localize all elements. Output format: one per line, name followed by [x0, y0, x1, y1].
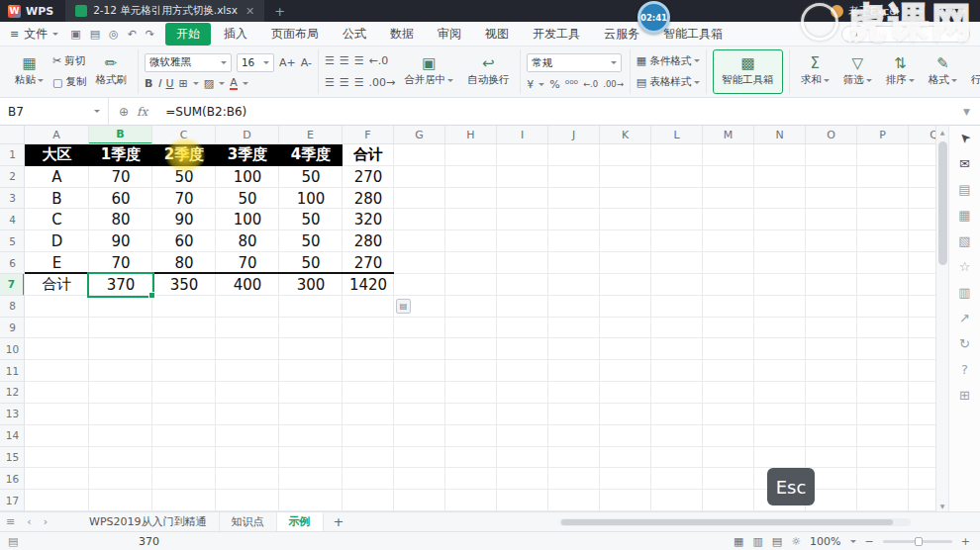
- cell-D2[interactable]: 100: [216, 166, 279, 188]
- percent-icon[interactable]: %: [549, 79, 559, 90]
- zoom-out-icon[interactable]: −: [865, 536, 874, 547]
- minimize-button[interactable]: ─: [911, 0, 931, 22]
- fx-icon[interactable]: fx: [137, 105, 147, 119]
- preview-icon[interactable]: ◎: [109, 28, 119, 41]
- history-icon[interactable]: ↻: [959, 337, 970, 350]
- new-tab-button[interactable]: +: [264, 4, 295, 19]
- cell-B2[interactable]: 70: [89, 166, 152, 188]
- cell-F3[interactable]: 280: [343, 188, 394, 210]
- tool-行和列[interactable]: ▥行和列: [966, 49, 980, 94]
- underline-icon[interactable]: U: [166, 78, 174, 89]
- row-header-14[interactable]: 14: [0, 425, 25, 447]
- column-header-Q[interactable]: Q: [909, 126, 935, 144]
- row-header-10[interactable]: 10: [0, 338, 25, 360]
- file-menu-button[interactable]: ≡ 文件: [0, 26, 68, 43]
- formula-bar-collapse-icon[interactable]: ▼: [963, 107, 980, 117]
- page-layout-view-icon[interactable]: ▥: [752, 536, 762, 547]
- column-header-G[interactable]: G: [394, 126, 445, 144]
- cell-C6[interactable]: 80: [152, 252, 216, 274]
- prev-sheet-icon[interactable]: ‹: [21, 515, 37, 528]
- image-icon[interactable]: ▧: [958, 234, 970, 247]
- zoom-slider-thumb[interactable]: [915, 537, 923, 546]
- row-header-2[interactable]: 2: [0, 166, 25, 188]
- share-icon[interactable]: ↗: [959, 312, 970, 324]
- paste-options-button[interactable]: ▤: [396, 299, 411, 314]
- menu-item-插入[interactable]: 插入: [213, 23, 258, 46]
- close-button[interactable]: ✕: [954, 0, 974, 22]
- row-header-17[interactable]: 17: [0, 490, 25, 511]
- row-header-13[interactable]: 13: [0, 404, 25, 425]
- menu-item-开发工具[interactable]: 开发工具: [522, 23, 591, 46]
- sheet-tab-知识点[interactable]: 知识点: [220, 512, 277, 531]
- row-header-5[interactable]: 5: [0, 230, 25, 252]
- cell-E5[interactable]: 50: [279, 230, 343, 252]
- cell-E3[interactable]: 100: [279, 188, 343, 210]
- favorites-icon[interactable]: ☆: [959, 260, 971, 273]
- conditional-format-button[interactable]: ▦ 条件格式: [637, 52, 700, 70]
- print-icon[interactable]: ▤: [90, 28, 100, 41]
- eye-protection-icon[interactable]: ☼: [791, 536, 801, 547]
- font-size-select[interactable]: 16: [237, 53, 274, 72]
- decrease-decimal-icon[interactable]: .00→: [603, 80, 624, 89]
- redo-icon[interactable]: ↷: [146, 28, 154, 41]
- align-middle-icon[interactable]: ☰: [340, 55, 349, 66]
- cell-B4[interactable]: 80: [89, 209, 152, 230]
- split-view-icon[interactable]: ▤: [958, 183, 970, 196]
- menu-item-数据[interactable]: 数据: [379, 23, 425, 46]
- zoom-in-icon[interactable]: +: [961, 536, 970, 547]
- cell-D7[interactable]: 400: [216, 274, 279, 296]
- maximize-button[interactable]: ☐: [932, 0, 952, 22]
- menu-item-视图[interactable]: 视图: [474, 23, 520, 46]
- row-header-8[interactable]: 8: [0, 296, 25, 318]
- column-header-O[interactable]: O: [806, 126, 857, 144]
- cell-B6[interactable]: 70: [89, 252, 152, 274]
- add-sheet-button[interactable]: +: [324, 514, 354, 529]
- cell-E1[interactable]: 4季度: [279, 144, 343, 166]
- column-header-P[interactable]: P: [857, 126, 909, 144]
- help-icon[interactable]: ?: [961, 363, 968, 376]
- sheet-list-icon[interactable]: ≡: [0, 515, 21, 528]
- row-header-11[interactable]: 11: [0, 360, 25, 382]
- cell-B5[interactable]: 90: [89, 230, 152, 252]
- cell-A7[interactable]: 合计: [25, 274, 89, 296]
- column-header-E[interactable]: E: [279, 126, 343, 144]
- horizontal-scroll-thumb[interactable]: [561, 519, 893, 525]
- align-center-icon[interactable]: ☰: [340, 77, 349, 88]
- tool-筛选[interactable]: ▽筛选: [838, 49, 877, 94]
- sheet-tab-WPS2019从入门到精通[interactable]: WPS2019从入门到精通: [77, 512, 220, 531]
- cell-D4[interactable]: 100: [216, 209, 279, 230]
- column-header-D[interactable]: D: [216, 126, 279, 144]
- grow-font-icon[interactable]: A+: [279, 57, 296, 68]
- bold-icon[interactable]: B: [145, 78, 152, 89]
- cell-D6[interactable]: 70: [216, 252, 279, 274]
- cut-button[interactable]: ✂剪切: [52, 52, 86, 70]
- cell-A4[interactable]: C: [25, 209, 89, 230]
- undo-icon[interactable]: ↶: [128, 28, 137, 41]
- font-name-select[interactable]: 微软雅黑: [145, 53, 232, 72]
- column-header-N[interactable]: N: [754, 126, 806, 144]
- tab-close-icon[interactable]: ✕: [244, 5, 254, 18]
- column-header-C[interactable]: C: [152, 126, 216, 144]
- cell-F7[interactable]: 1420: [343, 274, 394, 296]
- column-header-B[interactable]: B: [89, 126, 152, 144]
- cell-C2[interactable]: 50: [152, 166, 216, 188]
- cell-D5[interactable]: 80: [216, 230, 279, 252]
- merge-center-button[interactable]: ▣ 合并居中: [399, 49, 458, 94]
- vertical-scrollbar[interactable]: ▲ ▼: [935, 126, 948, 511]
- indent-increase-icon[interactable]: .00→: [369, 77, 396, 88]
- shrink-font-icon[interactable]: A-: [301, 57, 312, 68]
- scroll-down-icon[interactable]: ▼: [936, 500, 948, 511]
- column-header-I[interactable]: I: [497, 126, 548, 144]
- cell-E6[interactable]: 50: [279, 252, 343, 274]
- column-header-J[interactable]: J: [548, 126, 600, 144]
- indent-decrease-icon[interactable]: ←.0: [369, 55, 389, 66]
- cell-A5[interactable]: D: [25, 230, 89, 252]
- row-header-4[interactable]: 4: [0, 209, 25, 230]
- horizontal-scrollbar[interactable]: [559, 518, 911, 526]
- wrap-text-button[interactable]: ↩ 自动换行: [462, 49, 514, 94]
- cell-C1[interactable]: 2季度: [152, 144, 216, 166]
- backstage-icon[interactable]: ▥: [958, 286, 970, 299]
- column-header-A[interactable]: A: [25, 126, 89, 144]
- cell-C5[interactable]: 60: [152, 230, 216, 252]
- cell-F1[interactable]: 合计: [343, 144, 394, 166]
